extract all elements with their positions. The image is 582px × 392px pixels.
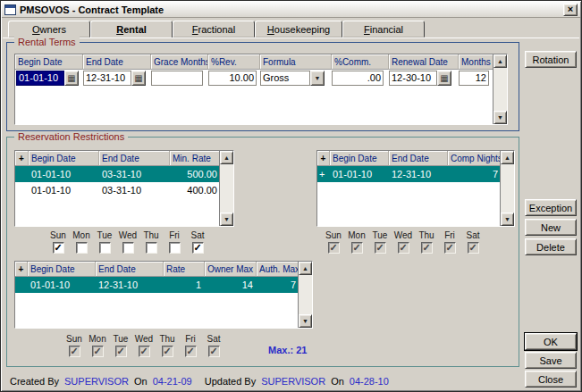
created-on-label: On [134, 376, 148, 387]
day-label: Thu [143, 230, 158, 240]
day-checkbox-mon[interactable] [76, 242, 88, 254]
updated-date-value: 04-28-10 [350, 376, 389, 387]
window-title: PMSOVOS - Contract Template [20, 4, 560, 15]
scrollbar-track[interactable] [299, 275, 312, 314]
end-date-input[interactable]: 12-31-10 [83, 71, 131, 86]
scroll-down-icon[interactable]: ▼ [501, 213, 514, 226]
day-checkbox-wed[interactable] [122, 242, 134, 254]
owner-max-table: + Begin Date End Date Rate Owner Max Aut… [14, 261, 313, 329]
day-label: Thu [418, 230, 434, 240]
rental-terms-grid: Begin Date End Date Grace Months %Rev. F… [14, 54, 508, 125]
day-checkbox-mon [92, 346, 104, 357]
scroll-up-icon[interactable]: ▲ [501, 151, 514, 164]
formula-cell: Gross▼ [260, 70, 332, 88]
min-rate-table: + Begin Date End Date Min. Rate 01-01-10… [14, 150, 234, 227]
scroll-down-icon[interactable]: ▼ [220, 213, 233, 226]
exception-button[interactable]: Exception [525, 199, 577, 216]
owner-max-scrollbar[interactable]: ▲ ▼ [298, 262, 312, 328]
calendar-icon[interactable]: ▦ [437, 71, 451, 86]
day-label: Tue [373, 230, 388, 240]
day-checkbox-tue [115, 346, 127, 357]
scrollbar-track[interactable] [493, 68, 507, 111]
col-end-date: End Date [83, 54, 151, 70]
calendar-icon[interactable]: ▦ [131, 71, 146, 86]
day-checkbox-thu[interactable] [146, 242, 157, 254]
max-label: Max.: 21 [268, 345, 307, 355]
col-renewal-date: Renewal Date [389, 54, 459, 70]
col-end-date: End Date [99, 151, 170, 166]
end-date-cell: 12-31-10▦ [83, 70, 151, 88]
audit-footer: Created By SUPERVISOR On 04-21-09 Update… [10, 376, 389, 387]
scroll-up-icon[interactable]: ▲ [299, 262, 312, 275]
scroll-down-icon[interactable]: ▼ [493, 111, 507, 124]
day-checkbox-fri [185, 346, 197, 357]
app-icon [4, 4, 16, 15]
pct-comm-input[interactable]: .00 [332, 71, 384, 86]
grace-months-input[interactable] [151, 71, 203, 86]
pct-rev-input[interactable]: 10.00 [208, 71, 257, 86]
scroll-up-icon[interactable]: ▲ [220, 151, 233, 164]
col-formula: Formula [260, 54, 332, 70]
col-comp-nights: Comp Nights [448, 151, 502, 166]
table-row[interactable]: 01-01-10 12-31-10 1 14 7 [15, 277, 312, 293]
table-row[interactable]: 01-01-10 03-31-10 400.00 [15, 182, 233, 198]
col-pct-rev: %Rev. [208, 54, 260, 70]
begin-date-cell: 01-01-10▦ [15, 70, 83, 88]
day-label: Tue [114, 334, 129, 344]
new-button[interactable]: New [525, 219, 577, 236]
scroll-up-icon[interactable]: ▲ [493, 54, 507, 68]
day-label: Tue [97, 230, 113, 240]
min-rate-scrollbar[interactable]: ▲ ▼ [219, 151, 233, 226]
col-owner-max: Owner Max [205, 262, 257, 277]
renewal-date-input[interactable]: 12-30-10 [389, 71, 437, 86]
table-row[interactable]: + 01-01-10 12-31-10 7 [317, 166, 514, 182]
day-checkbox-sat[interactable] [192, 242, 204, 254]
ok-button[interactable]: OK [525, 333, 577, 350]
delete-button[interactable]: Delete [525, 238, 577, 255]
tab-fractional[interactable]: Fractional [173, 21, 255, 38]
tab-owners[interactable]: Owners [8, 21, 90, 38]
comp-nights-scrollbar[interactable]: ▲ ▼ [500, 151, 514, 226]
day-label: Fri [444, 230, 455, 240]
scrollbar-track[interactable] [501, 164, 514, 213]
day-label: Wed [135, 334, 153, 344]
begin-date-input[interactable]: 01-01-10 [16, 71, 64, 86]
calendar-icon[interactable]: ▦ [64, 71, 79, 86]
tab-rental[interactable]: Rental [90, 21, 173, 38]
close-icon[interactable]: × [563, 4, 578, 16]
rotation-button[interactable]: Rotation [525, 51, 577, 68]
created-by-label: Created By [10, 376, 59, 387]
formula-select[interactable]: Gross [260, 71, 310, 86]
col-begin-date: Begin Date [15, 54, 83, 70]
day-label: Sun [325, 230, 342, 240]
rental-scrollbar[interactable]: ▲ ▼ [493, 54, 507, 124]
day-checkbox-tue[interactable] [99, 242, 111, 254]
day-checkbox-sun[interactable] [53, 242, 64, 254]
day-checkbox-sat [468, 242, 479, 254]
day-label: Sat [190, 230, 204, 240]
day-label: Sat [207, 334, 220, 344]
chevron-down-icon[interactable]: ▼ [310, 71, 325, 86]
scrollbar-track[interactable] [220, 164, 233, 213]
col-end-date: End Date [389, 151, 448, 166]
col-rate: Rate [164, 262, 205, 277]
created-date-value: 04-21-09 [153, 376, 192, 387]
col-end-date: End Date [96, 262, 164, 277]
day-checkbox-fri[interactable] [169, 242, 181, 254]
close-button[interactable]: Close [525, 371, 577, 388]
col-pct-comm: %Comm. [332, 54, 389, 70]
scroll-down-icon[interactable]: ▼ [299, 314, 312, 328]
col-plus: + [15, 151, 29, 166]
renewal-date-cell: 12-30-10▦ [389, 70, 459, 88]
months-input[interactable]: 12 [459, 71, 489, 86]
tab-financial[interactable]: Financial [342, 21, 425, 38]
day-checkbox-thu [421, 242, 433, 254]
table-row[interactable]: 01-01-10 03-31-10 500.00 [15, 166, 233, 182]
save-button[interactable]: Save [525, 352, 577, 369]
col-begin-date: Begin Date [330, 151, 389, 166]
tab-housekeeping[interactable]: Housekeeping [255, 21, 342, 38]
day-label: Sat [466, 230, 479, 240]
rate-days-group: Sun Mon Tue Wed Thu Fri Sat [46, 230, 209, 254]
day-checkbox-sun [328, 242, 340, 254]
day-checkbox-wed [139, 346, 150, 357]
